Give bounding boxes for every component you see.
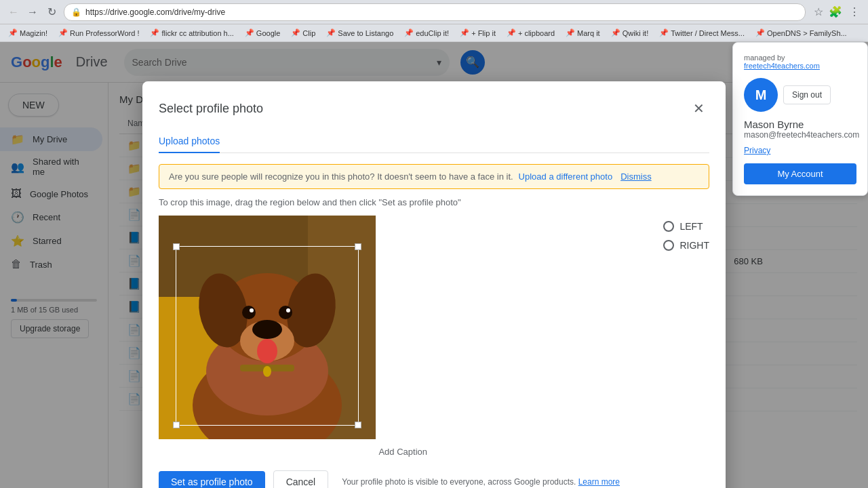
- rotate-left-label: LEFT: [679, 221, 703, 232]
- select-profile-photo-modal: Select profile photo ✕ Upload photos Are…: [142, 81, 726, 488]
- sign-out-area: M Sign out: [744, 78, 856, 112]
- bookmark-flip[interactable]: 📌 + Flip it: [457, 27, 498, 39]
- managed-domain-link[interactable]: freetech4teachers.com: [744, 62, 820, 70]
- modal-footer: Set as profile photo Cancel Your profile…: [159, 470, 709, 488]
- caption-input[interactable]: Add Caption: [159, 447, 647, 457]
- modal-body: Add Caption LEFT RIGHT: [159, 216, 709, 457]
- account-managed-text: managed by freetech4teachers.com: [744, 54, 856, 70]
- svg-point-16: [263, 366, 271, 377]
- refresh-button[interactable]: ↻: [43, 4, 60, 20]
- rotate-right-option[interactable]: RIGHT: [663, 240, 709, 251]
- bookmark-opendns[interactable]: 📌 OpenDNS > FamilySh...: [753, 27, 850, 39]
- sign-out-button[interactable]: Sign out: [783, 85, 831, 104]
- tab-upload-photos[interactable]: Upload photos: [159, 130, 220, 153]
- privacy-link[interactable]: Privacy: [744, 146, 770, 155]
- rotate-left-option[interactable]: LEFT: [663, 221, 709, 232]
- account-avatar: M: [744, 78, 778, 112]
- svg-point-13: [286, 308, 290, 312]
- warning-banner: Are you sure people will recognize you i…: [159, 164, 709, 189]
- set-profile-photo-button[interactable]: Set as profile photo: [159, 471, 265, 488]
- crop-image-wrapper[interactable]: [159, 216, 376, 439]
- svg-point-9: [252, 320, 282, 339]
- browser-nav-buttons: ← → ↻: [5, 4, 60, 20]
- svg-point-10: [242, 306, 256, 319]
- extensions-button[interactable]: 🧩: [827, 4, 844, 20]
- bookmark-magizin[interactable]: 📌 Magizin!: [5, 27, 50, 39]
- modal-header: Select profile photo ✕: [159, 98, 709, 119]
- account-panel: managed by freetech4teachers.com M Sign …: [732, 42, 868, 196]
- bookmark-twitter[interactable]: 📌 Twitter / Direct Mess...: [656, 27, 747, 39]
- footer-note: Your profile photo is visible to everyon…: [342, 477, 620, 487]
- dog-photo-svg: [159, 216, 376, 439]
- image-crop-area: Add Caption: [159, 216, 647, 457]
- modal-title: Select profile photo: [159, 102, 263, 116]
- svg-point-11: [279, 306, 292, 319]
- account-name: Mason Byrne: [744, 119, 856, 130]
- bookmark-qwiki[interactable]: 📌 Qwiki it!: [608, 27, 652, 39]
- bookmark-listango[interactable]: 📌 Save to Listango: [323, 27, 396, 39]
- modal-close-button[interactable]: ✕: [688, 98, 709, 119]
- modal-tab-row: Upload photos: [159, 130, 709, 153]
- bookmark-star-button[interactable]: ☆: [814, 5, 823, 18]
- upload-different-photo-link[interactable]: Upload a different photo: [519, 171, 613, 182]
- cancel-button[interactable]: Cancel: [273, 470, 329, 488]
- svg-point-12: [250, 308, 254, 312]
- bookmark-flickr[interactable]: 📌 flickr cc attribution h...: [147, 27, 236, 39]
- bookmark-clipboard[interactable]: 📌 + clipboard: [504, 27, 557, 39]
- rotate-right-radio[interactable]: [663, 240, 674, 251]
- dismiss-warning-link[interactable]: Dismiss: [620, 171, 652, 182]
- learn-more-link[interactable]: Learn more: [578, 477, 620, 487]
- lock-icon: 🔒: [71, 7, 81, 17]
- bookmark-educlip[interactable]: 📌 eduClip it!: [401, 27, 452, 39]
- rotate-controls: LEFT RIGHT: [663, 216, 709, 457]
- bookmark-professor-word[interactable]: 📌 Run ProfessorWord !: [56, 27, 142, 39]
- browser-actions: 🧩 ⋮: [827, 4, 863, 20]
- bookmark-marq[interactable]: 📌 Marq it: [563, 27, 603, 39]
- account-email: mason@freetech4teachers.com: [744, 130, 856, 140]
- address-bar[interactable]: 🔒 https://drive.google.com/drive/my-driv…: [64, 3, 806, 21]
- browser-bar: ← → ↻ 🔒 https://drive.google.com/drive/m…: [0, 0, 868, 24]
- my-account-button[interactable]: My Account: [744, 163, 856, 184]
- warning-text: Are you sure people will recognize you i…: [169, 171, 513, 182]
- rotate-right-label: RIGHT: [679, 240, 709, 251]
- bookmark-clip[interactable]: 📌 Clip: [288, 27, 318, 39]
- forward-button[interactable]: →: [24, 4, 41, 20]
- bookmark-google[interactable]: 📌 Google: [242, 27, 283, 39]
- svg-point-14: [257, 339, 277, 363]
- crop-instruction: To crop this image, drag the region belo…: [159, 197, 709, 207]
- back-button[interactable]: ←: [5, 4, 22, 20]
- menu-button[interactable]: ⋮: [846, 4, 863, 20]
- rotate-left-radio[interactable]: [663, 221, 674, 232]
- url-text: https://drive.google.com/drive/my-drive: [85, 7, 225, 17]
- bookmarks-bar: 📌 Magizin! 📌 Run ProfessorWord ! 📌 flick…: [0, 24, 868, 42]
